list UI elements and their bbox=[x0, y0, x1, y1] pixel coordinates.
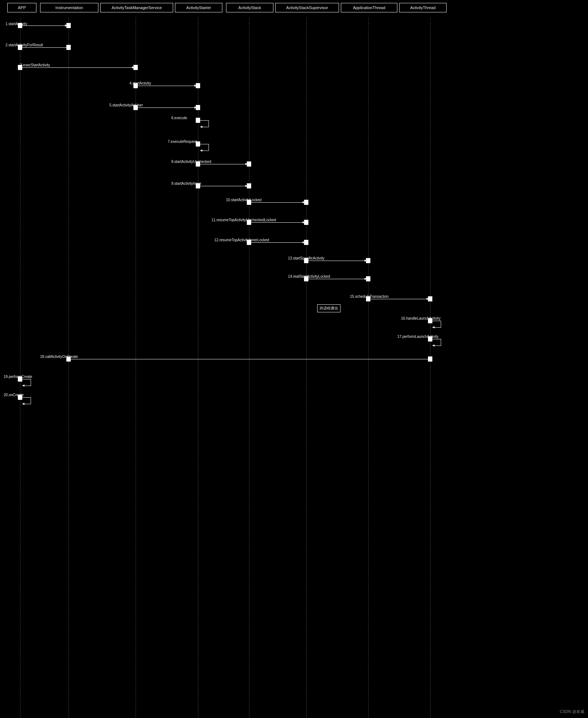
activation-box bbox=[428, 296, 432, 301]
step-label-2: 2.startActivityForResult bbox=[5, 43, 43, 47]
activation-box bbox=[18, 395, 22, 400]
activation-box bbox=[18, 45, 22, 50]
activation-box bbox=[196, 183, 200, 188]
ipc-note: 跨进程通信 bbox=[317, 304, 340, 312]
step-label-3: 3.execStartActivity bbox=[20, 63, 50, 67]
step-label-5: 5.startActivityAsUser bbox=[109, 103, 143, 107]
diagram-container: APPInstrumentationActivityTaskManagerSer… bbox=[0, 0, 588, 718]
lane-header-astack: ActivityStack bbox=[226, 3, 273, 12]
step-label-8: 8.startActivityUnchecked bbox=[171, 160, 211, 164]
watermark: CSDN @友威 bbox=[560, 709, 584, 714]
step-label-14: 14.realStartActivityLocked bbox=[288, 274, 330, 278]
activation-box bbox=[366, 296, 370, 301]
activation-box bbox=[428, 318, 432, 323]
step-label-18: 18.callActivityOnCreate bbox=[40, 355, 78, 359]
activation-box bbox=[196, 118, 200, 123]
lifeline-astack bbox=[249, 17, 249, 718]
activation-box bbox=[133, 65, 138, 70]
activation-box bbox=[196, 83, 200, 88]
header-row: APPInstrumentationActivityTaskManagerSer… bbox=[0, 3, 588, 17]
lifeline-atms bbox=[136, 17, 136, 718]
activation-box bbox=[428, 356, 432, 362]
lane-header-instr: Instrumentation bbox=[40, 3, 98, 12]
activation-box bbox=[304, 200, 308, 205]
activation-box bbox=[247, 200, 251, 205]
activation-box bbox=[196, 161, 200, 167]
step-label-10: 10.startActivityLocked bbox=[226, 198, 261, 202]
lifeline-actt bbox=[430, 17, 431, 718]
activation-box bbox=[66, 23, 71, 28]
activation-box bbox=[18, 65, 22, 70]
activation-box bbox=[196, 141, 200, 147]
activation-box bbox=[366, 276, 370, 281]
activation-box bbox=[366, 258, 370, 263]
lane-header-ass: ActivityStackSupervisor bbox=[275, 3, 339, 12]
step-label-7: 7.executeRequest bbox=[168, 140, 197, 144]
lifeline-ass bbox=[306, 17, 307, 718]
activation-box bbox=[304, 220, 308, 225]
lifeline-appt bbox=[368, 17, 369, 718]
activation-box bbox=[133, 83, 138, 88]
activation-box bbox=[18, 23, 22, 28]
step-label-4: 4.startActivity bbox=[129, 81, 151, 85]
activation-box bbox=[247, 183, 251, 188]
activation-box bbox=[304, 276, 308, 281]
activation-box bbox=[133, 105, 138, 110]
step-label-6: 6.execute bbox=[171, 116, 187, 120]
activation-box bbox=[428, 336, 432, 342]
activation-box bbox=[196, 105, 200, 110]
step-label-11: 11.resumeTopActivityUncheckedLocked bbox=[211, 218, 276, 222]
activation-box bbox=[247, 161, 251, 167]
activation-box bbox=[18, 376, 22, 382]
lane-header-actt: ActivityThread bbox=[399, 3, 447, 12]
step-label-16: 16.handleLaunchActivity bbox=[401, 316, 440, 320]
lane-header-as: ActivityStarter bbox=[175, 3, 222, 12]
lane-header-app: APP bbox=[7, 3, 36, 12]
activation-box bbox=[66, 45, 71, 50]
lane-header-appt: ApplicationThread bbox=[341, 3, 397, 12]
step-label-12: 12.resumeTopActivityInnerLocked bbox=[214, 238, 269, 242]
lane-header-atms: ActivityTaskManagerService bbox=[100, 3, 173, 12]
activation-box bbox=[304, 240, 308, 245]
activation-box bbox=[247, 220, 251, 225]
activation-box bbox=[66, 356, 71, 362]
activation-box bbox=[304, 258, 308, 263]
lifeline-instr bbox=[69, 17, 69, 718]
lifeline-app bbox=[20, 17, 20, 718]
activation-box bbox=[247, 240, 251, 245]
